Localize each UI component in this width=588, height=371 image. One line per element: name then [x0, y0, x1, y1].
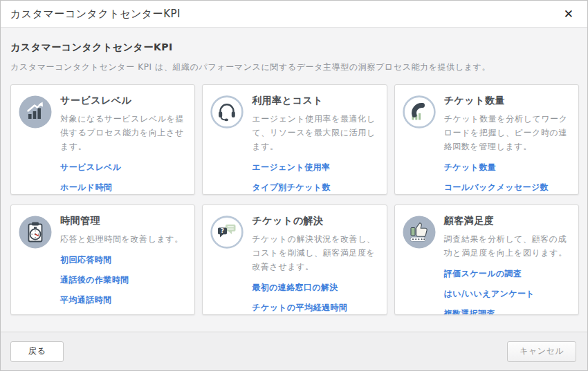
phone-volume-icon: [403, 95, 436, 129]
kpi-cards-grid: サービスレベル 対象になるサービスレベルを提供するプロセス能力を向上させます。 …: [10, 84, 579, 315]
svg-text:?: ?: [221, 227, 224, 234]
card-links: 初回応答時間 通話後の作業時間 平均通話時間 平均処理時間: [60, 254, 186, 315]
card-title: 顧客満足度: [444, 215, 570, 227]
card-title: チケットの解決: [252, 215, 378, 227]
headset-icon: [210, 95, 244, 129]
close-icon[interactable]: ✕: [561, 6, 576, 23]
kpi-card-time-management: 時間管理 応答と処理時間を改善します。 初回応答時間 通話後の作業時間 平均通話…: [10, 204, 195, 315]
kpi-card-ticket-resolution: ? チケットの解決 チケットの解決状況を改善し、コストを削減し、顧客満足度を改善…: [202, 204, 387, 315]
footer: 戻る キャンセル: [1, 332, 587, 370]
card-description: 対象になるサービスレベルを提供するプロセス能力を向上させます。: [60, 112, 186, 153]
kpi-card-utilization-cost: 利用率とコスト エージェント使用率を最適化して、リソースを最大限に活用します。 …: [202, 84, 387, 195]
kpi-link[interactable]: 初回応答時間: [60, 254, 186, 266]
bar-chart-growth-icon: [19, 95, 52, 129]
kpi-link[interactable]: はい/いいえアンケート: [444, 288, 570, 300]
kpi-card-service-level: サービスレベル 対象になるサービスレベルを提供するプロセス能力を向上させます。 …: [10, 84, 195, 195]
card-description: エージェント使用率を最適化して、リソースを最大限に活用します。: [252, 112, 378, 153]
kpi-link[interactable]: 複数選択調査: [444, 308, 570, 315]
card-title: チケット数量: [444, 95, 570, 107]
card-main: 顧客満足度 調査結果を分析して、顧客の成功と満足度を向上を図ります。 評価スケー…: [444, 214, 570, 307]
card-description: 応答と処理時間を改善します。: [60, 232, 186, 246]
kpi-link[interactable]: チケット数量: [444, 162, 570, 173]
card-title: 利用率とコスト: [252, 95, 378, 107]
kpi-card-customer-satisfaction: 顧客満足度 調査結果を分析して、顧客の成功と満足度を向上を図ります。 評価スケー…: [394, 204, 579, 315]
kpi-link[interactable]: 通話後の作業時間: [60, 274, 186, 286]
kpi-link[interactable]: 最初の連絡窓口の解決: [252, 282, 378, 294]
section-heading: カスタマーコンタクトセンターKPI: [10, 41, 579, 54]
cancel-button[interactable]: キャンセル: [507, 341, 576, 362]
chat-question-icon: ?: [210, 216, 244, 249]
kpi-link[interactable]: コールバックメッセージ数: [444, 182, 570, 193]
kpi-dialog-window: カスタマーコンタクトセンターKPI ✕ カスタマーコンタクトセンターKPI カス…: [0, 0, 588, 371]
kpi-link[interactable]: 平均処理時間: [60, 314, 186, 315]
card-links: 最初の連絡窓口の解決 チケットの平均経過時間: [252, 282, 378, 314]
kpi-link[interactable]: チケットの平均経過時間: [252, 302, 378, 314]
card-description: チケットの解決状況を改善し、コストを削減し、顧客満足度を改善させます。: [252, 232, 378, 274]
card-main: サービスレベル 対象になるサービスレベルを提供するプロセス能力を向上させます。 …: [60, 94, 186, 187]
stopwatch-clipboard-icon: [19, 216, 52, 249]
card-links: サービスレベル ホールド時間 放棄率 平均応答速度: [60, 162, 186, 195]
card-main: チケットの解決 チケットの解決状況を改善し、コストを削減し、顧客満足度を改善させ…: [252, 214, 378, 307]
kpi-link[interactable]: サービスレベル: [60, 162, 186, 173]
card-description: 調査結果を分析して、顧客の成功と満足度を向上を図ります。: [444, 232, 570, 260]
kpi-link[interactable]: 評価スケールの調査: [444, 268, 570, 280]
kpi-link[interactable]: ホールド時間: [60, 182, 186, 193]
dialog-body: カスタマーコンタクトセンターKPI カスタマーコンタクトセンター KPI は、組…: [1, 28, 587, 332]
section-description: カスタマーコンタクトセンター KPI は、組織のパフォーマンスに関するデータ主導…: [10, 61, 579, 73]
card-links: 評価スケールの調査 はい/いいえアンケート 複数選択調査: [444, 268, 570, 315]
card-main: 時間管理 応答と処理時間を改善します。 初回応答時間 通話後の作業時間 平均通話…: [60, 214, 186, 307]
card-main: チケット数量 チケット数量を分析してワークロードを把握し、ピーク時の連絡回数を管…: [444, 94, 570, 187]
kpi-link[interactable]: エージェント使用率: [252, 162, 378, 173]
kpi-link[interactable]: 平均通話時間: [60, 294, 186, 306]
window-title: カスタマーコンタクトセンターKPI: [10, 8, 181, 21]
kpi-link[interactable]: タイプ別チケット数: [252, 182, 378, 193]
kpi-card-ticket-volume: チケット数量 チケット数量を分析してワークロードを把握し、ピーク時の連絡回数を管…: [394, 84, 579, 195]
card-main: 利用率とコスト エージェント使用率を最適化して、リソースを最大限に活用します。 …: [252, 94, 378, 187]
card-links: エージェント使用率 タイプ別チケット数 チャンネル別チケット数 チケット当たりコ…: [252, 162, 378, 195]
card-title: 時間管理: [60, 215, 186, 227]
back-button[interactable]: 戻る: [10, 341, 64, 362]
titlebar: カスタマーコンタクトセンターKPI ✕: [1, 1, 587, 28]
card-links: チケット数量 コールバックメッセージ数 ピーク時間トラフィック数: [444, 162, 570, 195]
card-title: サービスレベル: [60, 95, 186, 107]
thumbs-up-icon: [403, 216, 436, 249]
card-description: チケット数量を分析してワークロードを把握し、ピーク時の連絡回数を管理します。: [444, 112, 570, 153]
